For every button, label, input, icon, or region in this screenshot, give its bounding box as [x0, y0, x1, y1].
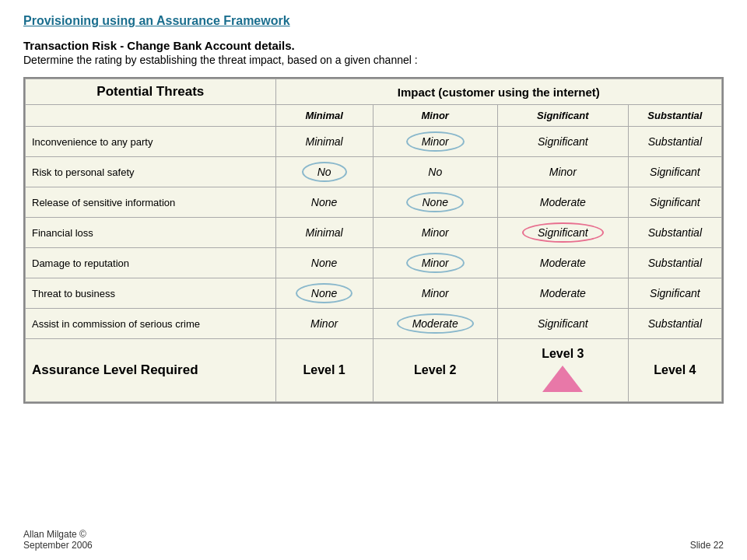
- up-arrow-icon: [541, 364, 584, 394]
- value-cell-1-1: No: [373, 157, 497, 187]
- sub-header-minimal: Minimal: [275, 105, 373, 127]
- main-page: Provisioning using an Assurance Framewor…: [0, 0, 747, 560]
- threat-cell-6: Assist in commission of serious crime: [26, 309, 276, 339]
- page-title: Provisioning using an Assurance Framewor…: [23, 14, 724, 28]
- level3-label: Level 3: [497, 339, 628, 402]
- table-row: Damage to reputationNoneMinorModerateSub…: [26, 248, 722, 278]
- table-row: Inconvenience to any partyMinimalMinorSi…: [26, 127, 722, 157]
- value-cell-6-1: Moderate: [373, 309, 497, 339]
- threat-cell-4: Damage to reputation: [26, 248, 276, 278]
- value-cell-2-1: None: [373, 187, 497, 218]
- risk-table: Potential Threats Impact (customer using…: [25, 79, 722, 402]
- assurance-label: Assurance Level Required: [26, 339, 276, 402]
- value-cell-2-3: Significant: [628, 187, 721, 218]
- value-cell-1-0: No: [275, 157, 373, 187]
- value-cell-6-3: Substantial: [628, 309, 721, 339]
- value-cell-2-0: None: [275, 187, 373, 218]
- value-cell-5-1: Minor: [373, 278, 497, 309]
- table-row: Financial lossMinimalMinorSignificantSub…: [26, 218, 722, 248]
- threat-cell-3: Financial loss: [26, 218, 276, 248]
- value-cell-6-2: Significant: [497, 309, 628, 339]
- table-row: Threat to businessNoneMinorModerateSigni…: [26, 278, 722, 309]
- table-header-row: Potential Threats Impact (customer using…: [26, 79, 722, 105]
- threat-cell-1: Risk to personal safety: [26, 157, 276, 187]
- value-cell-3-1: Minor: [373, 218, 497, 248]
- value-cell-4-1: Minor: [373, 248, 497, 278]
- sub-header-minor: Minor: [373, 105, 497, 127]
- table-row: Release of sensitive informationNoneNone…: [26, 187, 722, 218]
- value-cell-1-3: Significant: [628, 157, 721, 187]
- slide-number: Slide 22: [690, 540, 724, 551]
- description: Determine the rating by establishing the…: [23, 54, 724, 66]
- table-row: Risk to personal safetyNoNoMinorSignific…: [26, 157, 722, 187]
- level1-label: Level 1: [275, 339, 373, 402]
- value-cell-3-2: Significant: [497, 218, 628, 248]
- value-cell-4-3: Substantial: [628, 248, 721, 278]
- value-cell-5-2: Moderate: [497, 278, 628, 309]
- threat-cell-5: Threat to business: [26, 278, 276, 309]
- footer-author: Allan Milgate © September 2006: [23, 529, 93, 551]
- value-cell-5-0: None: [275, 278, 373, 309]
- svg-marker-0: [542, 366, 583, 392]
- arrow-container: [504, 364, 622, 394]
- threat-cell-2: Release of sensitive information: [26, 187, 276, 218]
- value-cell-0-3: Substantial: [628, 127, 721, 157]
- value-cell-1-2: Minor: [497, 157, 628, 187]
- value-cell-3-0: Minimal: [275, 218, 373, 248]
- level4-label: Level 4: [628, 339, 721, 402]
- col-threat-header: Potential Threats: [26, 79, 276, 105]
- sub-header-substantial: Substantial: [628, 105, 721, 127]
- sub-header-row: Minimal Minor Significant Substantial: [26, 105, 722, 127]
- table-row: Assist in commission of serious crimeMin…: [26, 309, 722, 339]
- value-cell-2-2: Moderate: [497, 187, 628, 218]
- level2-label: Level 2: [373, 339, 497, 402]
- value-cell-4-2: Moderate: [497, 248, 628, 278]
- threat-cell-0: Inconvenience to any party: [26, 127, 276, 157]
- value-cell-4-0: None: [275, 248, 373, 278]
- value-cell-5-3: Significant: [628, 278, 721, 309]
- col-impact-header: Impact (customer using the internet): [275, 79, 721, 105]
- sub-header-significant: Significant: [497, 105, 628, 127]
- risk-table-wrapper: Potential Threats Impact (customer using…: [23, 77, 724, 404]
- value-cell-0-1: Minor: [373, 127, 497, 157]
- assurance-row: Assurance Level Required Level 1 Level 2…: [26, 339, 722, 402]
- value-cell-0-0: Minimal: [275, 127, 373, 157]
- value-cell-6-0: Minor: [275, 309, 373, 339]
- value-cell-0-2: Significant: [497, 127, 628, 157]
- subtitle: Transaction Risk - Change Bank Account d…: [23, 39, 724, 52]
- sub-header-empty: [26, 105, 276, 127]
- value-cell-3-3: Substantial: [628, 218, 721, 248]
